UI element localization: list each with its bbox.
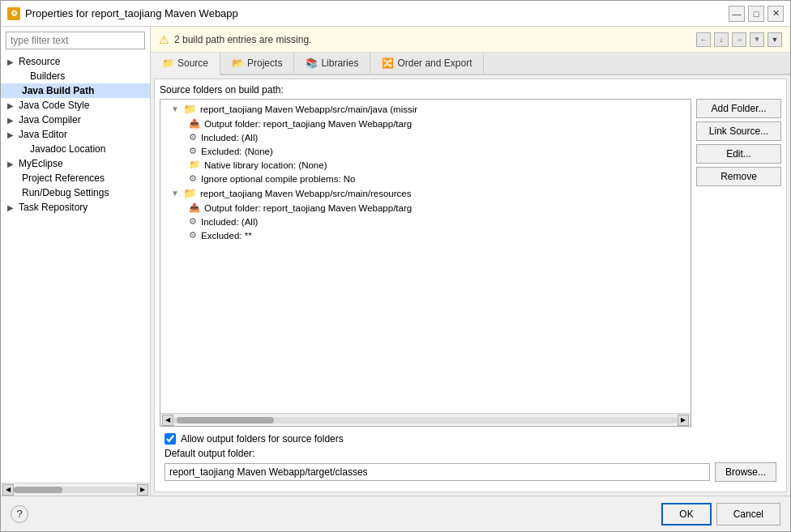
hscroll-track	[173, 417, 678, 423]
tab-libraries[interactable]: 📚 Libraries	[294, 53, 370, 74]
sidebar-item-java-editor[interactable]: ▶ Java Editor	[1, 127, 150, 142]
link-source-button[interactable]: Link Source...	[696, 121, 781, 141]
hscroll-right-arrow[interactable]: ▶	[678, 415, 689, 426]
tabs-bar: 📁 Source 📂 Projects 📚 Libraries 🔀 Order …	[151, 53, 790, 75]
allow-output-folders-checkbox[interactable]	[165, 433, 176, 445]
settings-icon: ⚙	[189, 230, 197, 240]
tab-order-label: Order and Export	[397, 57, 472, 69]
list-item[interactable]: ⚙ Included: (All)	[160, 215, 691, 228]
expand-arrow: ▶	[7, 116, 15, 125]
output-folder-icon: 📤	[189, 118, 200, 129]
window-title: Properties for report_taojiang Maven Web…	[25, 7, 238, 19]
tree-hscroll[interactable]: ◀ ▶	[160, 413, 691, 426]
sidebar-item-javadoc-location[interactable]: Javadoc Location	[1, 142, 150, 156]
settings-icon: ⚙	[189, 173, 197, 184]
sidebar-item-java-compiler[interactable]: ▶ Java Compiler	[1, 113, 150, 127]
nav-down-button[interactable]: ↓	[714, 32, 729, 47]
list-item[interactable]: ⚙ Excluded: (None)	[160, 144, 691, 158]
tree-panel-container: ▼ 📁 report_taojiang Maven Webapp/src/mai…	[160, 99, 781, 427]
help-button[interactable]: ?	[11, 505, 28, 523]
source-item-label: Included: (All)	[201, 217, 258, 227]
tab-source[interactable]: 📁 Source	[151, 53, 220, 75]
scroll-left-arrow[interactable]: ◀	[2, 484, 14, 496]
sidebar-item-label: Javadoc Location	[30, 143, 105, 155]
right-buttons-panel: Add Folder... Link Source... Edit... Rem…	[696, 99, 781, 427]
sidebar-item-label: Builders	[30, 70, 65, 82]
sidebar-item-builders[interactable]: Builders	[1, 69, 150, 83]
sidebar: ▶ Resource Builders Java Build Path ▶ Ja…	[1, 27, 151, 496]
source-item-label: report_taojiang Maven Webapp/src/main/ja…	[200, 104, 417, 114]
titlebar-buttons: — □ ✕	[729, 6, 784, 22]
close-button[interactable]: ✕	[767, 6, 784, 22]
sidebar-item-label: MyEclipse	[19, 158, 63, 169]
output-folder-icon: 📤	[189, 202, 200, 213]
list-item[interactable]: 📤 Output folder: report_taojiang Maven W…	[160, 117, 691, 130]
titlebar: ⚙ Properties for report_taojiang Maven W…	[1, 1, 790, 27]
expand-arrow: ▶	[7, 160, 15, 168]
list-item[interactable]: 📁 Native library location: (None)	[160, 158, 691, 172]
expand-arrow-icon: ▼	[171, 104, 179, 113]
source-panel: Source folders on build path: ▼ 📁 report	[154, 79, 787, 492]
checkbox-row: Allow output folders for source folders	[160, 427, 781, 448]
settings-icon: ⚙	[189, 216, 197, 227]
sidebar-item-run-debug-settings[interactable]: Run/Debug Settings	[1, 185, 150, 200]
sidebar-item-resource[interactable]: ▶ Resource	[1, 54, 150, 69]
edit-button[interactable]: Edit...	[696, 144, 781, 164]
expand-arrow: ▶	[7, 101, 15, 110]
bottom-right: OK Cancel	[661, 503, 780, 526]
tab-projects[interactable]: 📂 Projects	[220, 53, 294, 74]
tab-source-label: Source	[177, 57, 208, 69]
list-item[interactable]: 📤 Output folder: report_taojiang Maven W…	[160, 201, 691, 215]
sidebar-scrollbar[interactable]: ◀ ▶	[1, 483, 150, 496]
src-folder-icon: 📁	[183, 187, 196, 199]
scrollbar-track	[14, 487, 137, 493]
list-item[interactable]: ▼ 📁 report_taojiang Maven Webapp/src/mai…	[160, 185, 691, 201]
output-folder-input[interactable]	[165, 463, 710, 481]
scroll-right-arrow[interactable]: ▶	[137, 484, 148, 496]
sidebar-item-myeclipse[interactable]: ▶ MyEclipse	[1, 156, 150, 171]
hscroll-left-arrow[interactable]: ◀	[162, 415, 173, 426]
main-window: ⚙ Properties for report_taojiang Maven W…	[0, 0, 791, 532]
warning-bar: ⚠ 2 build path entries are missing. ← ↓ …	[151, 27, 790, 53]
source-item-label: Output folder: report_taojiang Maven Web…	[204, 119, 412, 129]
bottom-left: ?	[11, 505, 28, 523]
expand-arrow-icon: ▼	[171, 189, 179, 198]
scrollbar-thumb	[14, 487, 62, 493]
sidebar-item-task-repository[interactable]: ▶ Task Repository	[1, 200, 150, 215]
sidebar-item-label: Run/Debug Settings	[22, 187, 109, 198]
list-item[interactable]: ⚙ Excluded: **	[160, 228, 691, 242]
nav-dropdown2-button[interactable]: ▼	[767, 32, 782, 47]
source-item-label: Excluded: (None)	[201, 147, 273, 156]
main-panel: ⚠ 2 build path entries are missing. ← ↓ …	[151, 27, 790, 496]
filter-input[interactable]	[6, 32, 145, 49]
content-area: ▶ Resource Builders Java Build Path ▶ Ja…	[1, 27, 790, 496]
sidebar-item-java-build-path[interactable]: Java Build Path	[1, 83, 150, 98]
tab-projects-label: Projects	[247, 57, 282, 69]
minimize-button[interactable]: —	[729, 6, 745, 22]
source-item-label: Output folder: report_taojiang Maven Web…	[204, 203, 412, 213]
source-item-label: Native library location: (None)	[204, 160, 327, 170]
tab-order-export[interactable]: 🔀 Order and Export	[370, 53, 484, 74]
source-item-label: Ignore optional compile problems: No	[201, 174, 356, 184]
checkbox-label: Allow output folders for source folders	[181, 433, 344, 445]
tab-libraries-label: Libraries	[321, 57, 358, 69]
ok-button[interactable]: OK	[661, 503, 711, 526]
remove-button[interactable]: Remove	[696, 167, 781, 186]
maximize-button[interactable]: □	[748, 6, 764, 22]
sidebar-item-label: Java Build Path	[22, 85, 94, 96]
cancel-button[interactable]: Cancel	[716, 503, 780, 526]
nav-forward-button[interactable]: →	[732, 32, 746, 47]
browse-button[interactable]: Browse...	[715, 462, 776, 482]
sidebar-item-java-code-style[interactable]: ▶ Java Code Style	[1, 98, 150, 113]
add-folder-button[interactable]: Add Folder...	[696, 99, 781, 118]
tree-panel-inner: ▼ 📁 report_taojiang Maven Webapp/src/mai…	[160, 100, 691, 413]
nav-dropdown-button[interactable]: ▼	[750, 32, 764, 47]
output-folder-row: Browse...	[160, 462, 781, 487]
expand-arrow: ▶	[7, 203, 15, 212]
library-icon: 📁	[189, 160, 200, 170]
sidebar-item-project-references[interactable]: Project References	[1, 171, 150, 185]
nav-back-button[interactable]: ←	[696, 32, 711, 47]
list-item[interactable]: ⚙ Ignore optional compile problems: No	[160, 172, 691, 185]
list-item[interactable]: ⚙ Included: (All)	[160, 130, 691, 144]
list-item[interactable]: ▼ 📁 report_taojiang Maven Webapp/src/mai…	[160, 101, 691, 117]
